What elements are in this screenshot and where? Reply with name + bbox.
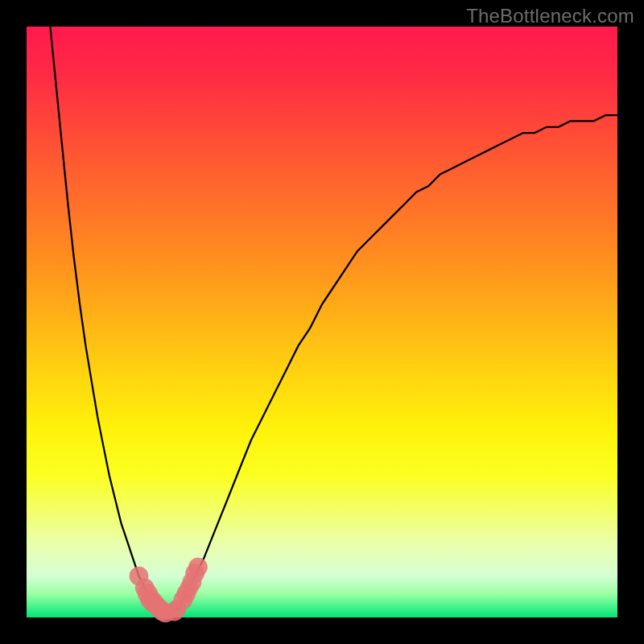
plot-area bbox=[27, 27, 617, 617]
data-marker bbox=[188, 558, 208, 577]
bottleneck-curve bbox=[50, 27, 617, 617]
watermark-text: TheBottleneck.com bbox=[466, 5, 634, 27]
chart-svg bbox=[27, 27, 617, 617]
markers-group bbox=[130, 558, 208, 623]
chart-frame: TheBottleneck.com bbox=[0, 0, 644, 644]
